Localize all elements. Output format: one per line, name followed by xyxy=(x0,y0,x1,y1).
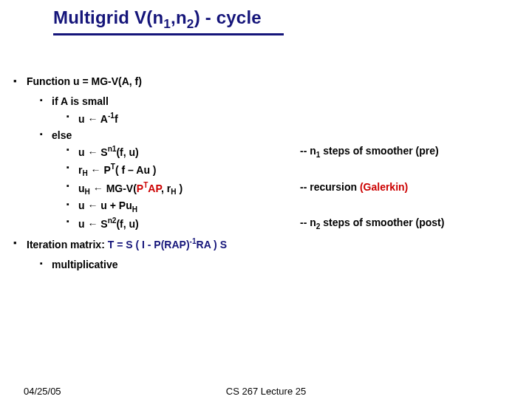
text-u: u xyxy=(78,113,87,125)
slide-title: Multigrid V(n1,n2) - cycle xyxy=(53,7,284,35)
arrow-icon: ← xyxy=(87,113,98,125)
content: Function u = MG-V(A, f) if A is small u … xyxy=(0,35,532,273)
text-close: ) xyxy=(177,182,183,194)
text-if: if A is small xyxy=(52,95,109,107)
text-iter-formula: T = S ( I - P(RAP) xyxy=(108,238,190,250)
recursion-comment: -- recursion (Galerkin) xyxy=(300,180,408,198)
arrow-icon: ← xyxy=(90,182,106,194)
title-sub2: 2 xyxy=(187,16,194,31)
arrow-icon: ← xyxy=(88,163,104,175)
text-smooth: steps of smoother (post) xyxy=(320,216,444,228)
arrow-icon: ← xyxy=(87,200,98,211)
text-comma: , xyxy=(161,182,167,194)
text-args: (f, u) xyxy=(116,218,138,230)
text-f: f xyxy=(115,113,118,125)
bullet-direct-solve: u ← A-1f xyxy=(13,110,532,127)
text-p: P xyxy=(104,163,111,175)
text-else: else xyxy=(52,129,72,141)
arrow-icon: ← xyxy=(87,218,98,230)
text-rest: ( f – Au ) xyxy=(115,163,156,175)
text-nu: n xyxy=(310,216,316,228)
text-smooth: steps of smoother (pre) xyxy=(320,145,438,157)
text-iter-sup: -1 xyxy=(190,237,197,245)
text-s: S xyxy=(98,218,107,230)
text-args: (f, u) xyxy=(116,146,138,158)
text-dash: -- xyxy=(300,145,310,157)
bullet-recursion: uH ← MG-V(PTAP, rH ) -- recursion (Galer… xyxy=(13,180,532,198)
footer-lecture: CS 267 Lecture 25 xyxy=(0,386,532,397)
recursion-left: uH ← MG-V(PTAP, rH ) xyxy=(78,180,300,198)
title-comma: , xyxy=(171,7,176,27)
bullet-else: else xyxy=(13,128,532,144)
text-rest: u + Pu xyxy=(98,200,132,211)
text-H: H xyxy=(85,188,90,196)
text-u: u xyxy=(78,200,87,211)
presmoother-comment: -- n1 steps of smoother (pre) xyxy=(300,143,439,160)
text-s: S xyxy=(98,146,107,158)
bullet-residual: rH ← PT( f – Au ) xyxy=(13,161,532,180)
text-p1: P xyxy=(137,182,143,194)
text-a: A xyxy=(98,113,107,125)
text-H: H xyxy=(132,205,137,214)
text-u: u xyxy=(78,218,87,230)
title-sub1: 1 xyxy=(163,16,171,31)
arrow-icon: ← xyxy=(87,146,98,158)
bullet-multiplicative: multiplicative xyxy=(13,257,532,273)
slide: Multigrid V(n1,n2) - cycle Function u = … xyxy=(0,0,532,399)
presmoother-left: u ← Sn1(f, u) xyxy=(78,143,300,160)
postsmoother-comment: -- n2 steps of smoother (post) xyxy=(300,215,444,232)
title-area: Multigrid V(n1,n2) - cycle xyxy=(0,0,532,35)
bullet-function: Function u = MG-V(A, f) xyxy=(13,74,532,90)
text-A: A xyxy=(148,182,155,194)
text-mg: MG-V( xyxy=(106,182,137,194)
text-iter-pre: Iteration matrix: xyxy=(27,238,108,250)
text-u: u xyxy=(78,182,85,194)
bullet-postsmoother: u ← Sn2(f, u) -- n2 steps of smoother (p… xyxy=(13,215,532,232)
text-iter-post: RA ) S xyxy=(197,238,227,250)
bullet-presmoother: u ← Sn1(f, u) -- n1 steps of smoother (p… xyxy=(13,143,532,160)
text-u: u xyxy=(78,146,87,158)
sup-neg1: -1 xyxy=(108,112,115,120)
bullet-iteration-matrix: Iteration matrix: T = S ( I - P(RAP)-1RA… xyxy=(13,236,532,253)
bullet-correction: u ← u + PuH xyxy=(13,198,532,215)
title-nu2: n xyxy=(176,7,187,27)
title-text-pre: Multigrid V( xyxy=(53,7,152,27)
text-function: Function u = MG-V(A, f) xyxy=(27,75,142,87)
title-nu1: n xyxy=(152,7,163,27)
text-H2: H xyxy=(171,188,176,196)
text-p2: P xyxy=(155,182,161,194)
text-recursion: -- recursion xyxy=(300,181,360,193)
bullet-if: if A is small xyxy=(13,94,532,110)
text-H: H xyxy=(82,169,87,177)
text-multiplicative: multiplicative xyxy=(52,259,117,270)
text-galerkin: (Galerkin) xyxy=(360,181,408,193)
title-text-post: ) - cycle xyxy=(194,7,262,27)
postsmoother-left: u ← Sn2(f, u) xyxy=(78,215,300,232)
text-dash: -- xyxy=(300,216,310,228)
text-nu: n xyxy=(310,145,316,157)
